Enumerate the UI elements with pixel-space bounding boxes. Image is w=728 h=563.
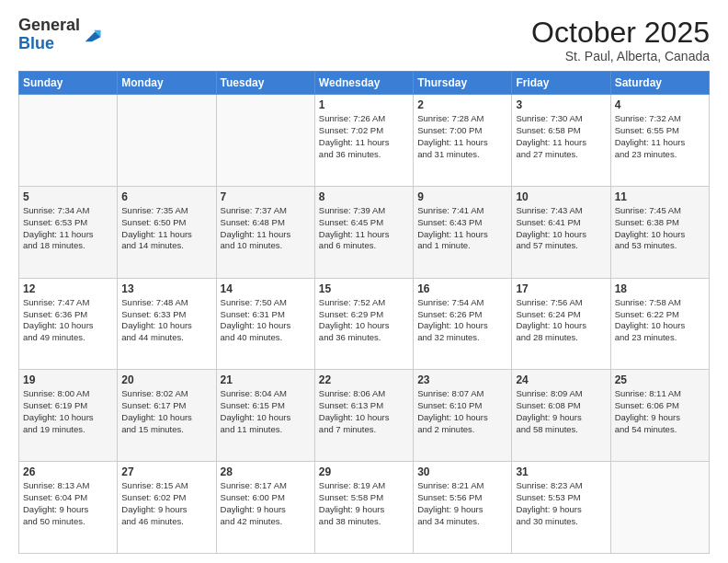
day-info: Sunrise: 8:21 AM Sunset: 5:56 PM Dayligh… [417, 480, 507, 527]
table-row: 18Sunrise: 7:58 AM Sunset: 6:22 PM Dayli… [610, 278, 709, 370]
calendar-week-1: 5Sunrise: 7:34 AM Sunset: 6:53 PM Daylig… [19, 186, 710, 278]
page: General Blue October 2025 St. Paul, Albe… [0, 0, 728, 563]
day-number: 31 [516, 465, 606, 478]
calendar-week-2: 12Sunrise: 7:47 AM Sunset: 6:36 PM Dayli… [19, 278, 710, 370]
table-row: 13Sunrise: 7:48 AM Sunset: 6:33 PM Dayli… [118, 278, 216, 370]
day-number: 9 [417, 190, 507, 203]
day-info: Sunrise: 8:06 AM Sunset: 6:13 PM Dayligh… [319, 388, 409, 435]
table-row: 1Sunrise: 7:26 AM Sunset: 7:02 PM Daylig… [314, 95, 413, 187]
title-block: October 2025 St. Paul, Alberta, Canada [531, 17, 710, 63]
day-info: Sunrise: 8:09 AM Sunset: 6:08 PM Dayligh… [516, 388, 606, 435]
day-info: Sunrise: 7:48 AM Sunset: 6:33 PM Dayligh… [121, 297, 211, 344]
day-number: 22 [319, 373, 409, 386]
day-number: 23 [417, 373, 507, 386]
logo-icon [82, 25, 102, 45]
day-info: Sunrise: 7:28 AM Sunset: 7:00 PM Dayligh… [417, 113, 507, 160]
table-row: 31Sunrise: 8:23 AM Sunset: 5:53 PM Dayli… [512, 462, 610, 554]
day-info: Sunrise: 7:32 AM Sunset: 6:55 PM Dayligh… [615, 113, 705, 160]
header-friday: Friday [512, 72, 610, 95]
day-number: 2 [417, 98, 507, 111]
header-thursday: Thursday [414, 72, 512, 95]
day-info: Sunrise: 8:15 AM Sunset: 6:02 PM Dayligh… [121, 480, 211, 527]
day-info: Sunrise: 8:04 AM Sunset: 6:15 PM Dayligh… [221, 388, 311, 435]
table-row: 24Sunrise: 8:09 AM Sunset: 6:08 PM Dayli… [512, 370, 610, 462]
day-info: Sunrise: 7:58 AM Sunset: 6:22 PM Dayligh… [615, 297, 705, 344]
day-info: Sunrise: 7:52 AM Sunset: 6:29 PM Dayligh… [319, 297, 409, 344]
table-row: 15Sunrise: 7:52 AM Sunset: 6:29 PM Dayli… [314, 278, 413, 370]
header-saturday: Saturday [610, 72, 709, 95]
day-info: Sunrise: 8:02 AM Sunset: 6:17 PM Dayligh… [121, 388, 211, 435]
day-number: 13 [121, 282, 211, 295]
header-tuesday: Tuesday [216, 72, 314, 95]
calendar-week-0: 1Sunrise: 7:26 AM Sunset: 7:02 PM Daylig… [19, 95, 710, 187]
day-number: 1 [319, 98, 409, 111]
table-row: 8Sunrise: 7:39 AM Sunset: 6:45 PM Daylig… [314, 186, 413, 278]
table-row: 4Sunrise: 7:32 AM Sunset: 6:55 PM Daylig… [610, 95, 709, 187]
logo-blue: Blue [18, 34, 54, 52]
day-info: Sunrise: 7:43 AM Sunset: 6:41 PM Dayligh… [516, 205, 606, 252]
day-number: 27 [121, 465, 211, 478]
day-number: 29 [319, 465, 409, 478]
day-number: 5 [23, 190, 113, 203]
day-number: 8 [319, 190, 409, 203]
day-number: 18 [615, 282, 705, 295]
day-info: Sunrise: 7:41 AM Sunset: 6:43 PM Dayligh… [417, 205, 507, 252]
day-number: 6 [121, 190, 211, 203]
table-row: 27Sunrise: 8:15 AM Sunset: 6:02 PM Dayli… [118, 462, 216, 554]
logo: General Blue [18, 17, 102, 53]
day-info: Sunrise: 7:56 AM Sunset: 6:24 PM Dayligh… [516, 297, 606, 344]
table-row: 17Sunrise: 7:56 AM Sunset: 6:24 PM Dayli… [512, 278, 610, 370]
table-row [216, 95, 314, 187]
table-row: 5Sunrise: 7:34 AM Sunset: 6:53 PM Daylig… [19, 186, 118, 278]
calendar-week-4: 26Sunrise: 8:13 AM Sunset: 6:04 PM Dayli… [19, 462, 710, 554]
day-info: Sunrise: 7:47 AM Sunset: 6:36 PM Dayligh… [23, 297, 113, 344]
day-number: 15 [319, 282, 409, 295]
header-sunday: Sunday [19, 72, 118, 95]
table-row: 6Sunrise: 7:35 AM Sunset: 6:50 PM Daylig… [118, 186, 216, 278]
table-row: 25Sunrise: 8:11 AM Sunset: 6:06 PM Dayli… [610, 370, 709, 462]
header-monday: Monday [118, 72, 216, 95]
day-info: Sunrise: 8:00 AM Sunset: 6:19 PM Dayligh… [23, 388, 113, 435]
table-row: 20Sunrise: 8:02 AM Sunset: 6:17 PM Dayli… [118, 370, 216, 462]
table-row: 12Sunrise: 7:47 AM Sunset: 6:36 PM Dayli… [19, 278, 118, 370]
table-row [610, 462, 709, 554]
day-number: 3 [516, 98, 606, 111]
day-info: Sunrise: 7:34 AM Sunset: 6:53 PM Dayligh… [23, 205, 113, 252]
day-number: 17 [516, 282, 606, 295]
table-row: 14Sunrise: 7:50 AM Sunset: 6:31 PM Dayli… [216, 278, 314, 370]
day-info: Sunrise: 7:30 AM Sunset: 6:58 PM Dayligh… [516, 113, 606, 160]
day-info: Sunrise: 8:13 AM Sunset: 6:04 PM Dayligh… [23, 480, 113, 527]
table-row [19, 95, 118, 187]
day-info: Sunrise: 7:37 AM Sunset: 6:48 PM Dayligh… [221, 205, 311, 252]
table-row: 23Sunrise: 8:07 AM Sunset: 6:10 PM Dayli… [414, 370, 512, 462]
table-row: 11Sunrise: 7:45 AM Sunset: 6:38 PM Dayli… [610, 186, 709, 278]
header: General Blue October 2025 St. Paul, Albe… [18, 17, 710, 63]
day-info: Sunrise: 8:17 AM Sunset: 6:00 PM Dayligh… [221, 480, 311, 527]
location: St. Paul, Alberta, Canada [531, 49, 710, 63]
table-row: 29Sunrise: 8:19 AM Sunset: 5:58 PM Dayli… [314, 462, 413, 554]
table-row: 2Sunrise: 7:28 AM Sunset: 7:00 PM Daylig… [414, 95, 512, 187]
table-row: 30Sunrise: 8:21 AM Sunset: 5:56 PM Dayli… [414, 462, 512, 554]
table-row: 7Sunrise: 7:37 AM Sunset: 6:48 PM Daylig… [216, 186, 314, 278]
day-number: 20 [121, 373, 211, 386]
table-row: 28Sunrise: 8:17 AM Sunset: 6:00 PM Dayli… [216, 462, 314, 554]
header-wednesday: Wednesday [314, 72, 413, 95]
logo-text: General Blue [18, 17, 80, 53]
day-number: 19 [23, 373, 113, 386]
day-number: 11 [615, 190, 705, 203]
day-number: 24 [516, 373, 606, 386]
day-info: Sunrise: 8:19 AM Sunset: 5:58 PM Dayligh… [319, 480, 409, 527]
day-info: Sunrise: 7:45 AM Sunset: 6:38 PM Dayligh… [615, 205, 705, 252]
month-title: October 2025 [531, 17, 710, 49]
table-row: 16Sunrise: 7:54 AM Sunset: 6:26 PM Dayli… [414, 278, 512, 370]
day-info: Sunrise: 8:07 AM Sunset: 6:10 PM Dayligh… [417, 388, 507, 435]
table-row: 21Sunrise: 8:04 AM Sunset: 6:15 PM Dayli… [216, 370, 314, 462]
day-info: Sunrise: 7:35 AM Sunset: 6:50 PM Dayligh… [121, 205, 211, 252]
table-row: 26Sunrise: 8:13 AM Sunset: 6:04 PM Dayli… [19, 462, 118, 554]
calendar-week-3: 19Sunrise: 8:00 AM Sunset: 6:19 PM Dayli… [19, 370, 710, 462]
day-number: 4 [615, 98, 705, 111]
day-number: 25 [615, 373, 705, 386]
table-row: 9Sunrise: 7:41 AM Sunset: 6:43 PM Daylig… [414, 186, 512, 278]
day-info: Sunrise: 8:23 AM Sunset: 5:53 PM Dayligh… [516, 480, 606, 527]
day-number: 26 [23, 465, 113, 478]
